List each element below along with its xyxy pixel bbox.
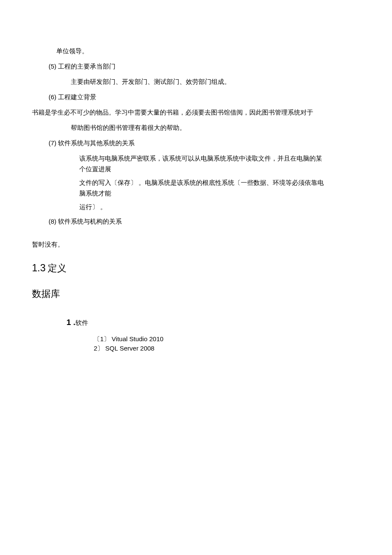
heading-1-3-text: 定义 [48, 263, 66, 273]
body-7c: 运行〕 。 [0, 202, 392, 212]
heading-1-3: 1.3 定义 [0, 260, 392, 276]
list-num-8: (8) [49, 218, 56, 225]
body-5: 主要由研发部门、开发部门、测试部门、效劳部门组成。 [0, 77, 392, 87]
list-item-5: (5) 工程的主要承当部门 [0, 61, 392, 72]
heading-1-3-num: 1.3 [32, 262, 46, 273]
list-title-7: 软件系统与其他系统的关系 [58, 140, 135, 147]
software-list: 〔1〕 Vitual Studio 2010 2〕 SQL Server 200… [0, 334, 392, 354]
software-item-2-text: SQL Server 2008 [105, 345, 154, 352]
heading-database: 数据库 [0, 286, 392, 301]
list-title-8: 软件系统与机构的关系 [58, 218, 122, 225]
software-label: 软件 [75, 319, 88, 326]
software-item-1-num: 〔1〕 [94, 335, 110, 342]
body-6a: 书籍是学生必不可少的物品。学习中需要大量的书籍，必须要去图书馆借阅，因此图书管理… [0, 107, 392, 118]
list-num-6: (6) [49, 93, 56, 101]
list-item-6: (6) 工程建立背景 [0, 92, 392, 102]
software-item-2-num: 2〕 [94, 345, 104, 352]
list-num-5: (5) [49, 63, 56, 70]
software-list-item-2: 2〕 SQL Server 2008 [94, 344, 392, 354]
body-6b: 帮助图书馆的图书管理有着很大的帮助。 [0, 123, 392, 133]
software-list-item-1: 〔1〕 Vitual Studio 2010 [94, 334, 392, 344]
paragraph-no-temp: 暂时没有。 [0, 239, 392, 250]
list-num-7: (7) [49, 139, 56, 147]
list-title-5: 工程的主要承当部门 [58, 63, 115, 70]
software-num: 1 . [66, 318, 75, 327]
software-heading: 1 .软件 [0, 316, 392, 329]
list-item-8: (8) 软件系统与机构的关系 [0, 216, 392, 227]
paragraph-unit-leader: 单位领导。 [0, 46, 392, 56]
body-7a: 该系统与电脑系统严密联系，该系统可以从电脑系统系统中读取文件，并且在电脑的某个位… [0, 153, 392, 175]
software-item-1-text: Vitual Studio 2010 [112, 335, 164, 342]
list-title-6: 工程建立背景 [58, 94, 96, 101]
list-item-7: (7) 软件系统与其他系统的关系 [0, 138, 392, 148]
body-7b: 文件的写入〔保存〕 。电脑系统是该系统的根底性系统〔一些数据、环境等必须依靠电脑… [0, 178, 392, 199]
